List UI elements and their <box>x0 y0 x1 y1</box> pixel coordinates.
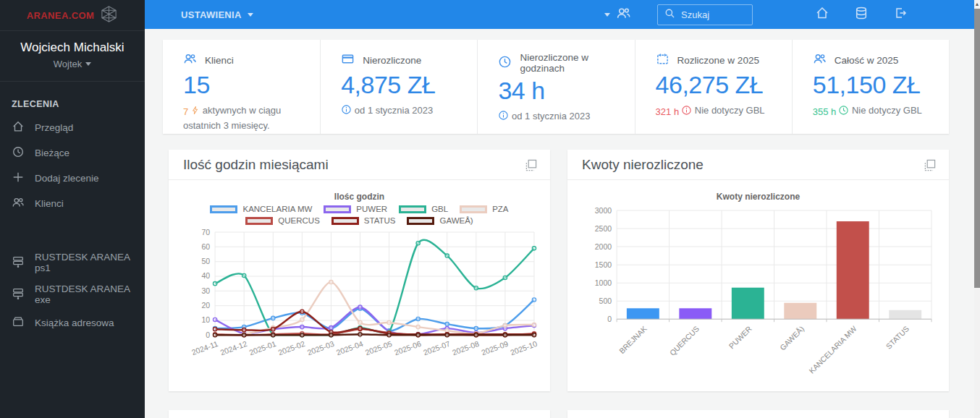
svg-text:PUWER: PUWER <box>727 324 753 350</box>
chart-card-hours: Ilość godzin miesiącami Ilośc godzin KAN… <box>169 150 550 391</box>
stat-label: Klienci <box>205 55 234 66</box>
stat-rozliczone-2025: Rozliczone w 2025 46,275 ZŁ 321 h Nie do… <box>635 40 792 134</box>
user-menu[interactable]: Wojtek <box>54 59 92 69</box>
stat-note: od 1 stycznia 2023 <box>498 110 625 124</box>
legend-item[interactable]: STATUS <box>331 216 396 225</box>
database-icon[interactable] <box>854 6 869 23</box>
sidebar-item-klienci[interactable]: Klienci <box>0 191 145 216</box>
legend-swatch <box>460 205 487 213</box>
stats-panel: Klienci 15 7 aktywnych w ciągu ostatnich… <box>163 40 949 134</box>
search-input[interactable] <box>681 9 743 20</box>
sidebar-item-rustdesk-exe[interactable]: RUSTDESK ARANEA exe <box>0 278 145 310</box>
svg-text:2025-07: 2025-07 <box>422 339 452 357</box>
svg-text:20: 20 <box>201 301 210 310</box>
sidebar-item-ksiazka-adresowa[interactable]: Książka adresowa <box>0 310 145 336</box>
card-title: Ilość godzin miesiącami <box>183 157 329 173</box>
legend-label: GAWEÅ) <box>439 216 473 225</box>
legend-swatch <box>399 205 426 213</box>
sidebar-item-label: RUSTDESK ARANEA ps1 <box>35 252 133 273</box>
expand-icon[interactable] <box>525 159 537 171</box>
sidebar-section-zlecenia: ZLECENIA <box>12 99 133 109</box>
people-icon <box>183 52 197 68</box>
user-switcher[interactable] <box>604 6 631 24</box>
stat-value: 46,275 ZŁ <box>656 71 783 99</box>
server-icon <box>12 255 25 270</box>
svg-text:40: 40 <box>201 271 210 280</box>
svg-text:2024-12: 2024-12 <box>219 339 249 357</box>
people-icon <box>813 52 827 68</box>
stat-nierozliczone: Nierozliczone 4,875 ZŁ od 1 stycznia 202… <box>320 40 477 134</box>
caret-down-icon <box>85 62 91 66</box>
svg-text:70: 70 <box>201 228 210 236</box>
people-icon <box>616 6 631 24</box>
svg-text:0: 0 <box>607 315 612 323</box>
svg-text:2025-02: 2025-02 <box>277 339 307 357</box>
home-icon <box>12 120 25 135</box>
stat-value: 4,875 ZŁ <box>341 71 468 99</box>
legend-label: GBL <box>431 205 448 213</box>
sidebar-item-rustdesk-ps1[interactable]: RUSTDESK ARANEA ps1 <box>0 247 145 278</box>
stat-note: 355 h Nie dotyczy GBL <box>813 104 940 120</box>
sidebar-item-przeglad[interactable]: Przegląd <box>0 115 145 140</box>
card-title: Kwoty nierozliczone <box>582 157 704 173</box>
scrollbar-thumb[interactable] <box>974 9 980 288</box>
bar-chart[interactable]: 050010001500200025003000BREJNAKQUERCUSPU… <box>578 205 939 377</box>
svg-text:60: 60 <box>201 242 210 251</box>
caret-down-icon <box>604 13 610 17</box>
sidebar-item-label: Bieżące <box>35 148 69 158</box>
clock-icon <box>498 55 512 71</box>
svg-text:2025-09: 2025-09 <box>480 339 510 357</box>
legend-item[interactable]: PUWER <box>324 205 387 213</box>
stat-note: 321 h Nie dotyczy GBL <box>656 104 783 120</box>
topbar: USTAWIENIA <box>145 0 974 29</box>
scroll-up-arrow[interactable]: ▲ <box>974 1 980 7</box>
svg-text:2025-03: 2025-03 <box>306 339 336 357</box>
bolt-icon <box>190 106 200 119</box>
chart-card-amounts: Kwoty nierozliczone Kwoty nierozliczone … <box>567 150 949 391</box>
svg-text:2025-08: 2025-08 <box>451 339 481 357</box>
legend-label: PZA <box>492 205 508 213</box>
svg-text:30: 30 <box>201 286 210 295</box>
svg-text:10: 10 <box>201 315 210 324</box>
stat-value: 51,150 ZŁ <box>813 71 940 99</box>
home-icon[interactable] <box>815 6 829 23</box>
sidebar-item-dodaj-zlecenie[interactable]: Dodaj zlecenie <box>0 166 145 191</box>
line-chart[interactable]: 0102030405060702024-112024-122025-012025… <box>179 228 540 358</box>
search-box[interactable] <box>657 4 753 25</box>
svg-text:2500: 2500 <box>595 224 612 233</box>
legend-item[interactable]: GAWEÅ) <box>407 216 473 225</box>
legend-label: QUERCUS <box>278 216 320 225</box>
svg-text:1000: 1000 <box>595 278 612 287</box>
stat-nierozliczone-godziny: Nierozliczone w godzinach 34 h od 1 styc… <box>477 40 634 134</box>
stat-label: Nierozliczone w godzinach <box>520 52 625 74</box>
legend-item[interactable]: QUERCUS <box>245 216 320 225</box>
main-content: Klienci 15 7 aktywnych w ciągu ostatnich… <box>145 29 974 418</box>
clock-icon <box>838 105 849 120</box>
sidebar-item-label: Książka adresowa <box>35 317 114 328</box>
chart-title: Kwoty nierozliczone <box>578 192 939 202</box>
legend-swatch <box>245 217 273 225</box>
hexagon-icon <box>100 5 118 26</box>
sidebar: ARANEA.COM Wojciech Michalski Wojtek ZLE… <box>0 0 145 418</box>
svg-text:500: 500 <box>599 297 612 305</box>
settings-menu[interactable]: USTAWIENIA <box>181 9 253 20</box>
sidebar-item-biezace[interactable]: Bieżące <box>0 140 145 166</box>
sidebar-item-label: Dodaj zlecenie <box>35 173 99 184</box>
svg-text:2025-04: 2025-04 <box>335 339 365 357</box>
logout-icon[interactable] <box>893 6 908 23</box>
legend-item[interactable]: GBL <box>399 205 448 213</box>
legend-item[interactable]: KANCELARIA MW <box>210 205 312 213</box>
svg-text:3000: 3000 <box>595 206 612 215</box>
chart-title: Ilośc godzin <box>179 192 540 202</box>
legend-item[interactable]: PZA <box>460 205 508 213</box>
expand-icon[interactable] <box>924 159 936 171</box>
stat-label: Całość w 2025 <box>835 55 899 66</box>
page-scrollbar[interactable]: ▲ <box>974 0 980 418</box>
stat-note: od 1 stycznia 2023 <box>341 104 468 118</box>
logo[interactable]: ARANEA.COM <box>0 0 145 31</box>
credit-card-icon <box>341 52 355 68</box>
legend-swatch <box>331 217 359 225</box>
svg-text:2025-10: 2025-10 <box>509 339 538 357</box>
chart-legend: KANCELARIA MWPUWERGBLPZAQUERCUSSTATUSGAW… <box>179 205 540 225</box>
legend-label: PUWER <box>356 205 387 213</box>
